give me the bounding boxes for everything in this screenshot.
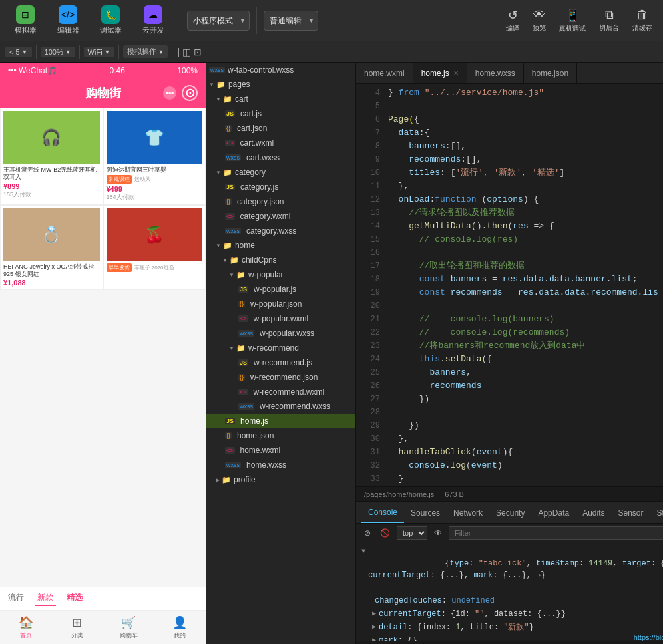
tab-xinkuan[interactable]: 新款 — [35, 591, 56, 606]
expand-arrow-3[interactable]: ▶ — [372, 608, 376, 620]
divider-3 — [118, 45, 119, 59]
json-icon-wrecjson: {} — [238, 374, 245, 381]
expand-arrow-5[interactable]: ▶ — [372, 635, 376, 641]
product-card-3[interactable]: 💍 HEFANG Jewelry x OOA绑带戒指 925 银女网红 ¥1,0… — [0, 205, 103, 291]
tree-file-wrecjson[interactable]: {} w-recommend.json — [206, 370, 355, 385]
tree-file-wpopjson[interactable]: {} w-popular.json — [206, 297, 355, 311]
tree-file-homejson[interactable]: {} home.json — [206, 428, 355, 443]
devtools-filter-input[interactable] — [449, 526, 663, 540]
compile-button[interactable]: ↺ 编译 — [501, 5, 525, 36]
compile-select[interactable]: 普通编辑 — [264, 11, 318, 31]
bottom-link[interactable]: https://blog.csdn.net/weixin_45824445 — [634, 633, 663, 641]
expand-arrow-4[interactable]: ▶ — [372, 621, 376, 633]
tab-label-homewxml: home.wxml — [364, 69, 405, 78]
wxml-icon-catwxml: <> — [225, 213, 235, 220]
preview-button[interactable]: 👁 预览 — [527, 5, 551, 35]
close-tab-icon[interactable]: ✕ — [453, 69, 459, 77]
tree-folder-wrecommend[interactable]: ▼ 📁 w-recommend — [206, 341, 355, 355]
product-card-2[interactable]: 👕 阿迪达斯官网三叶草婴 常规课程 运动风 ¥499 184人付款 — [103, 108, 206, 205]
tree-folder-childcpns[interactable]: ▼ 📁 childCpns — [206, 253, 355, 267]
devtools-tab-appdata[interactable]: AppData — [531, 502, 576, 523]
tree-file-wpopwxss[interactable]: wxss w-popular.wxss — [206, 326, 355, 341]
devtools-eye-icon[interactable]: 👁 — [431, 527, 445, 539]
clean-cache-button[interactable]: 🗑 清缓存 — [627, 5, 658, 35]
devtools-context-select[interactable]: top — [397, 526, 427, 540]
devtools-tab-security[interactable]: Security — [489, 502, 531, 523]
compile-select-wrap[interactable]: 普通编辑 — [264, 11, 318, 31]
cut-icon: ⧉ — [605, 8, 614, 22]
bottom-link-bar: https://blog.csdn.net/weixin_45824445 — [356, 641, 663, 644]
tree-file-cartjs[interactable]: JS cart.js — [206, 106, 355, 121]
devtools-tab-sources[interactable]: Sources — [404, 502, 447, 523]
tree-item-w-tab[interactable]: wxss w-tab-control.wxss — [206, 63, 355, 77]
zoom-btn[interactable]: 100% ▼ — [41, 47, 75, 57]
tree-file-catjs[interactable]: JS category.js — [206, 180, 355, 194]
tree-folder-cart[interactable]: ▼ 📁 cart — [206, 92, 355, 106]
tab-homewxml[interactable]: home.wxml — [356, 63, 413, 83]
code-line-5: 5 — [356, 100, 663, 113]
devtools-block-icon[interactable]: ⊘ — [361, 527, 373, 539]
tree-file-homewxml[interactable]: <> home.wxml — [206, 443, 355, 458]
devtools-tab-audits[interactable]: Audits — [576, 502, 611, 523]
tab-category[interactable]: ⊞ 分类 — [51, 611, 103, 644]
tree-file-cartwxml[interactable]: <> cart.wxml — [206, 136, 355, 150]
devtools-ban-icon[interactable]: 🚫 — [377, 527, 393, 539]
product-card-1[interactable]: 🎧 王耳机潮无线 MW-B2无线蓝牙耳机双耳入 ¥899 155人付款 — [0, 108, 103, 205]
folder-icon-cart: 📁 — [223, 95, 232, 104]
devtools-tab-network[interactable]: Network — [447, 502, 489, 523]
tree-file-catjson[interactable]: {} category.json — [206, 194, 355, 209]
tree-file-catwxss[interactable]: wxss category.wxss — [206, 224, 355, 238]
tree-file-wpopwxml[interactable]: <> w-popular.wxml — [206, 311, 355, 326]
cloud-button[interactable]: ☁ 云开发 — [133, 3, 173, 38]
devtools-tab-sensor[interactable]: Sensor — [612, 502, 650, 523]
code-line-25: 25 banners, — [356, 366, 663, 379]
tree-file-wrecwxss[interactable]: wxss w-recommend.wxss — [206, 399, 355, 414]
real-debug-button[interactable]: 📱 真机调试 — [554, 5, 591, 36]
tab-label-homejs: home.js — [421, 69, 449, 78]
tree-folder-pages[interactable]: ▼ 📁 pages — [206, 77, 355, 92]
tab-home[interactable]: 🏠 首页 — [0, 611, 51, 644]
debugger-button[interactable]: 🐛 调试器 — [91, 3, 130, 38]
tree-folder-profile[interactable]: ▶ 📁 profile — [206, 472, 355, 487]
tree-folder-wpopular[interactable]: ▼ 📁 w-popular — [206, 267, 355, 282]
tab-liuxing[interactable]: 流行 — [5, 591, 27, 606]
tree-file-catwxml[interactable]: <> category.wxml — [206, 209, 355, 224]
tab-profile[interactable]: 👤 我的 — [154, 611, 206, 644]
wifi-label: WiFi — [88, 48, 103, 56]
tab-homejs[interactable]: home.js ✕ — [413, 63, 467, 83]
chevron-right-icon: ▼ — [209, 82, 214, 88]
mode-select-wrap[interactable]: 小程序模式 — [187, 11, 250, 31]
editor-button[interactable]: </> 编辑器 — [48, 3, 88, 38]
wifi-btn[interactable]: WiFi ▼ — [84, 47, 114, 57]
tree-folder-category[interactable]: ▼ 📁 category — [206, 165, 355, 180]
phone-panel: ••• WeChat🎵 0:46 100% 购物街 ••• ⊙ 🎧 王耳机潮无线… — [0, 63, 206, 644]
tree-label-wrecjson: w-recommend.json — [250, 373, 318, 382]
simulate-btn[interactable]: 模拟操作 ▼ — [123, 45, 168, 58]
menu-dots-icon[interactable]: ••• — [163, 86, 176, 100]
tab-homejson[interactable]: home.json — [524, 63, 577, 83]
cut-background-button[interactable]: ⧉ 切后台 — [594, 5, 624, 35]
mode-select[interactable]: 小程序模式 — [187, 11, 250, 31]
back-btn[interactable]: < 5 ▼ — [5, 47, 32, 57]
product-tabs-row: 流行 新款 精选 — [0, 587, 206, 611]
expand-arrow-1[interactable]: ▼ — [361, 546, 365, 558]
tree-file-wpopjs[interactable]: JS w-popular.js — [206, 282, 355, 297]
tree-file-cartwxss[interactable]: wxss cart.wxss — [206, 150, 355, 165]
tree-folder-home[interactable]: ▼ 📁 home — [206, 238, 355, 253]
console-line-2: changedTouches: undefined — [361, 594, 663, 607]
devtools-tab-console[interactable]: Console — [361, 502, 404, 523]
tree-file-wrecwxml[interactable]: <> w-recommend.wxml — [206, 385, 355, 399]
tree-file-homewxss[interactable]: wxss home.wxss — [206, 458, 355, 472]
tab-jingxuan[interactable]: 精选 — [64, 591, 85, 606]
tree-file-cartjson[interactable]: {} cart.json — [206, 121, 355, 136]
target-icon[interactable]: ⊙ — [182, 85, 198, 101]
tree-file-homejs[interactable]: JS home.js — [206, 414, 355, 428]
simulator-button[interactable]: ⊟ 模拟器 — [5, 3, 45, 38]
zoom-label: 100% — [45, 48, 63, 56]
code-editor[interactable]: 4 } from "../../service/home.js" 5 6 Pag… — [356, 84, 663, 486]
tab-cart[interactable]: 🛒 购物车 — [103, 611, 154, 644]
product-card-4[interactable]: 🍒 早早发货 车厘子 2020红色 — [103, 205, 206, 291]
devtools-tab-storage[interactable]: Storage — [650, 502, 663, 523]
tab-homewxss[interactable]: home.wxss — [467, 63, 524, 83]
tree-file-wrecjs[interactable]: JS w-recommend.js — [206, 355, 355, 370]
